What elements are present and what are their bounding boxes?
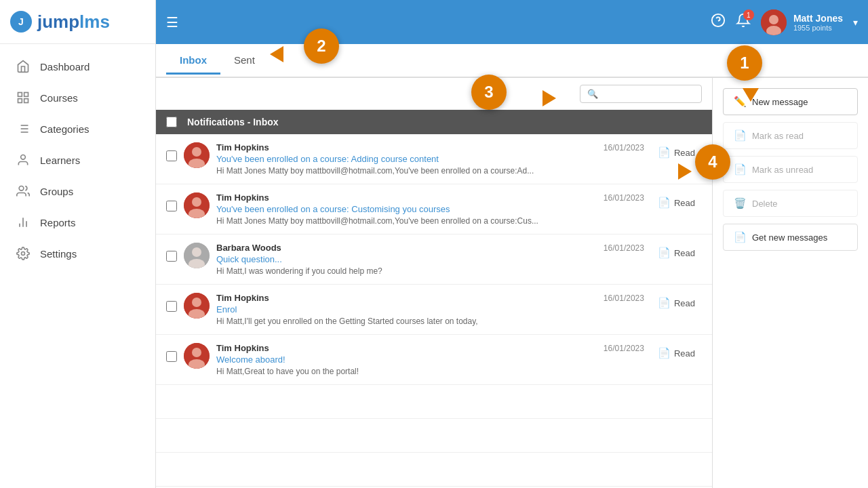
- msg-checkbox-5[interactable]: [166, 351, 177, 362]
- msg-date-1: 16/01/2023: [604, 143, 644, 152]
- mark-as-read-label: Mark as read: [752, 131, 804, 141]
- message-row-5: Tim Hopkins 16/01/2023 Welcome aboard! H…: [156, 335, 712, 385]
- user-name: Matt Jones: [793, 13, 843, 24]
- empty-row-2: [156, 419, 712, 453]
- svg-rect-0: [18, 93, 22, 97]
- svg-point-10: [21, 155, 26, 160]
- mark-read-icon: 📄: [734, 129, 747, 142]
- msg-date-2: 16/01/2023: [604, 193, 644, 203]
- svg-point-28: [192, 247, 201, 257]
- msg-subject-1[interactable]: You've been enrolled on a course: Adding…: [216, 154, 644, 164]
- logo-text: jumplms: [37, 12, 110, 33]
- msg-sender-row-1: Tim Hopkins 16/01/2023: [216, 142, 644, 152]
- logo-icon: J: [10, 11, 32, 33]
- notification-count: 1: [743, 9, 754, 20]
- msg-checkbox-2[interactable]: [166, 201, 177, 211]
- hamburger-button[interactable]: ☰: [166, 14, 178, 30]
- sidebar-item-courses[interactable]: Courses: [0, 82, 155, 113]
- sidebar-item-settings[interactable]: Settings: [0, 238, 155, 269]
- search-bar-row: [156, 78, 712, 110]
- svg-point-25: [192, 197, 201, 207]
- msg-sender-5: Tim Hopkins: [216, 343, 269, 353]
- sidebar-item-categories[interactable]: Categories: [0, 113, 155, 144]
- msg-checkbox-4[interactable]: [166, 301, 177, 312]
- msg-sender-4: Tim Hopkins: [216, 293, 269, 303]
- mark-unread-icon: 📄: [734, 163, 747, 176]
- read-button-1[interactable]: 📄 Read: [651, 142, 702, 163]
- msg-subject-4[interactable]: Enrol: [216, 304, 644, 314]
- new-message-button[interactable]: ✏️ New message: [723, 88, 858, 115]
- settings-icon: [16, 246, 31, 261]
- tab-sent[interactable]: Sent: [220, 47, 269, 75]
- courses-icon: [16, 90, 31, 105]
- msg-checkbox-3[interactable]: [166, 251, 177, 262]
- svg-rect-1: [24, 93, 28, 97]
- logo-jump: jump: [37, 12, 79, 32]
- two-col-layout: Notifications - Inbox Tim Hopkins 16/01/…: [156, 78, 868, 488]
- svg-point-19: [769, 15, 778, 24]
- msg-subject-5[interactable]: Welcome aboard!: [216, 354, 644, 365]
- mark-as-unread-button[interactable]: 📄 Mark as unread: [723, 156, 858, 183]
- msg-sender-2: Tim Hopkins: [216, 192, 269, 203]
- avatar-3: [184, 243, 210, 268]
- msg-date-4: 16/01/2023: [604, 293, 644, 303]
- topbar-right: 1 Matt Jones 1955 points ▾: [711, 9, 858, 35]
- reports-icon: [16, 215, 31, 230]
- delete-icon: 🗑️: [734, 197, 747, 209]
- main-area: ☰ 1 Matt Jones 1955 p: [156, 0, 868, 488]
- user-info: Matt Jones 1955 points: [793, 13, 843, 32]
- user-points: 1955 points: [793, 24, 843, 32]
- sidebar-item-label-groups: Groups: [40, 186, 73, 197]
- select-all-checkbox[interactable]: [166, 117, 177, 127]
- avatar-2: [184, 192, 210, 218]
- help-button[interactable]: [711, 13, 726, 31]
- home-icon: [16, 59, 31, 74]
- msg-action-3: 📄 Read: [651, 243, 702, 263]
- topbar-left: ☰: [166, 14, 178, 30]
- sidebar-item-groups[interactable]: Groups: [0, 176, 155, 207]
- read-button-4[interactable]: 📄 Read: [651, 293, 702, 313]
- msg-preview-1: Hi Matt Jones Matty boy mattbovill@hotma…: [216, 166, 542, 176]
- svg-point-31: [192, 298, 201, 307]
- msg-subject-3[interactable]: Quick question...: [216, 254, 644, 264]
- messages-panel: Notifications - Inbox Tim Hopkins 16/01/…: [156, 78, 712, 488]
- svg-point-15: [22, 252, 25, 256]
- get-new-messages-label: Get new messages: [752, 232, 827, 243]
- msg-body-4: Tim Hopkins 16/01/2023 Enrol Hi Matt,I'l…: [216, 293, 644, 326]
- right-panel: ✏️ New message 📄 Mark as read 📄 Mark as …: [712, 78, 868, 488]
- sidebar-item-dashboard[interactable]: Dashboard: [0, 51, 155, 82]
- sidebar-item-learners[interactable]: Learners: [0, 144, 155, 176]
- sidebar-item-label-learners: Learners: [40, 155, 80, 166]
- search-input[interactable]: [580, 85, 702, 103]
- notifications-button[interactable]: 1: [736, 13, 751, 31]
- tab-inbox[interactable]: Inbox: [166, 47, 220, 75]
- empty-row-3: [156, 453, 712, 487]
- mark-as-read-button[interactable]: 📄 Mark as read: [723, 122, 858, 149]
- read-button-5[interactable]: 📄 Read: [651, 343, 702, 363]
- message-row-4: Tim Hopkins 16/01/2023 Enrol Hi Matt,I'l…: [156, 285, 712, 335]
- msg-subject-2[interactable]: You've been enrolled on a course: Custom…: [216, 204, 644, 214]
- get-new-messages-button[interactable]: 📄 Get new messages: [723, 224, 858, 251]
- read-button-2[interactable]: 📄 Read: [651, 192, 702, 213]
- learners-icon: [16, 152, 31, 167]
- avatar-5: [184, 343, 210, 369]
- msg-sender-1: Tim Hopkins: [216, 142, 269, 152]
- read-label-4: Read: [674, 298, 695, 308]
- msg-action-2: 📄 Read: [651, 192, 702, 213]
- msg-action-5: 📄 Read: [651, 343, 702, 363]
- mark-as-unread-label: Mark as unread: [752, 165, 813, 175]
- svg-point-11: [19, 186, 24, 191]
- msg-checkbox-1[interactable]: [166, 150, 177, 161]
- read-icon-2: 📄: [658, 197, 671, 209]
- empty-row-1: [156, 385, 712, 419]
- msg-date-5: 16/01/2023: [604, 344, 644, 353]
- logo-lms: lms: [79, 12, 110, 32]
- tabs-bar: Inbox Sent: [156, 44, 868, 78]
- msg-sender-row-5: Tim Hopkins 16/01/2023: [216, 343, 644, 353]
- read-button-3[interactable]: 📄 Read: [651, 243, 702, 263]
- user-profile[interactable]: Matt Jones 1955 points ▾: [761, 9, 858, 35]
- delete-button[interactable]: 🗑️ Delete: [723, 190, 858, 217]
- delete-label: Delete: [752, 199, 778, 209]
- sidebar-item-reports[interactable]: Reports: [0, 207, 155, 238]
- svg-rect-3: [24, 99, 28, 103]
